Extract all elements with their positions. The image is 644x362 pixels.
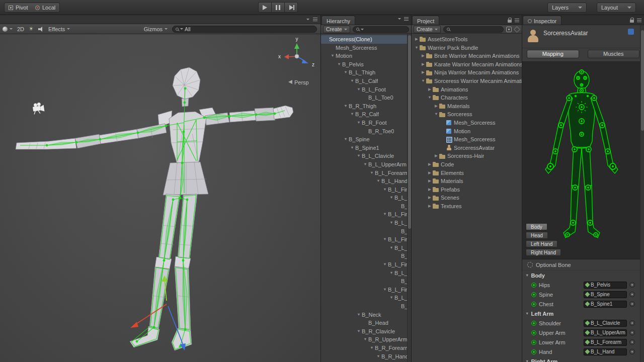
panel-dropdown-icon[interactable] (398, 18, 401, 20)
avatar-mapping-diagram[interactable]: BodyHeadLeft HandRight Hand (522, 61, 644, 259)
hierarchy-item[interactable]: B_ (321, 302, 411, 311)
hierarchy-search-input[interactable] (353, 26, 409, 33)
expander-icon[interactable]: ▶ (420, 52, 426, 60)
expander-icon[interactable]: ▼ (343, 102, 349, 111)
expander-icon[interactable]: ▼ (375, 177, 381, 186)
object-picker-icon[interactable] (629, 320, 635, 326)
project-item[interactable]: ▼Characters (412, 94, 522, 102)
object-picker-icon[interactable] (629, 330, 635, 335)
expander-icon[interactable]: ▼ (356, 311, 362, 319)
hierarchy-item[interactable]: ▼B_R_Calf (321, 110, 411, 119)
expander-icon[interactable]: ▼ (433, 110, 439, 119)
search-by-label-icon[interactable] (514, 26, 520, 32)
expander-icon[interactable]: ▼ (382, 186, 388, 194)
hierarchy-item[interactable]: B_ (321, 227, 411, 236)
project-item[interactable]: ▶Scenes (412, 194, 522, 202)
hierarchy-item[interactable]: ▼B_L_ (321, 244, 411, 252)
project-item[interactable]: ▶AssetStoreTools (412, 35, 522, 44)
expander-icon[interactable]: ▼ (382, 260, 388, 269)
character-mesh[interactable] (16, 67, 293, 350)
project-item[interactable]: ▼Warrior Pack Bundle (412, 44, 522, 52)
panel-dropdown-icon[interactable] (306, 19, 309, 20)
expander-icon[interactable]: ▼ (362, 160, 368, 169)
pivot-button[interactable]: Pivot (4, 3, 32, 13)
hierarchy-item[interactable]: ▼B_L_ (321, 294, 411, 302)
hierarchy-item[interactable]: ▼B_R_UpperArm (321, 335, 411, 344)
expander-icon[interactable]: ▼ (356, 85, 362, 94)
project-item[interactable]: ▶Code (412, 160, 522, 169)
expander-icon[interactable]: ▼ (382, 210, 388, 219)
axis-x-cone[interactable] (284, 54, 289, 59)
expander-icon[interactable]: ▶ (433, 152, 439, 160)
tab-project[interactable]: Project (412, 16, 439, 25)
layers-dropdown[interactable]: Layers (547, 3, 587, 13)
hierarchy-item[interactable]: ▼B_L_Fin (321, 260, 411, 269)
asset-badge-icon[interactable] (628, 29, 634, 35)
expander-icon[interactable]: ▶ (433, 102, 439, 111)
bone-object-field[interactable]: B_L_Hand (584, 348, 627, 355)
expander-icon[interactable]: ▼ (375, 352, 381, 361)
bone-object-field[interactable]: B_L_Forearm (584, 339, 627, 346)
hierarchy-item[interactable]: ▼B_L_Hand (321, 177, 411, 186)
axis-y-cone[interactable] (294, 43, 299, 49)
project-item[interactable]: ▶Brute Warrior Mecanim Animations (412, 52, 522, 60)
scrollbar-thumb[interactable] (641, 30, 644, 131)
expander-icon[interactable]: ▼ (414, 44, 420, 52)
expander-icon[interactable]: ▼ (356, 119, 362, 127)
hierarchy-item[interactable]: ▼B_L_Fin (321, 210, 411, 219)
panel-menu-icon[interactable] (404, 19, 409, 19)
draw-mode-dropdown[interactable] (3, 27, 13, 32)
project-item[interactable]: Motion (412, 127, 522, 136)
panel-menu-icon[interactable] (515, 20, 519, 21)
persp-label[interactable]: Persp (294, 79, 309, 85)
hierarchy-item[interactable]: ▼B_Neck (321, 311, 411, 319)
object-picker-icon[interactable] (629, 292, 635, 297)
hierarchy-item[interactable]: Sorceress(Clone) (321, 35, 411, 44)
expander-icon[interactable]: ▼ (388, 269, 394, 278)
hierarchy-item[interactable]: ▼B_R_Foot (321, 119, 411, 127)
hierarchy-item[interactable]: ▼B_Spine1 (321, 144, 411, 152)
hierarchy-item[interactable]: ▼B_Pelvis (321, 60, 411, 69)
expander-icon[interactable]: ▶ (427, 202, 433, 211)
expander-icon[interactable]: ▼ (382, 235, 388, 244)
hierarchy-item[interactable]: ▼B_L_ (321, 269, 411, 278)
expander-icon[interactable]: ▼ (420, 77, 426, 85)
expander-icon[interactable]: ▼ (388, 219, 394, 227)
hierarchy-item[interactable]: ▼B_Spine (321, 135, 411, 144)
hierarchy-item[interactable]: B_L_Toe0 (321, 94, 411, 102)
hierarchy-scrollbar[interactable] (407, 34, 411, 362)
avatar-map-button-left-hand[interactable]: Left Hand (526, 240, 557, 247)
expander-icon[interactable]: ▶ (427, 160, 433, 169)
hierarchy-item[interactable]: ▼B_L_Fin (321, 186, 411, 194)
project-item[interactable]: ▶Textures (412, 202, 522, 211)
object-picker-icon[interactable] (629, 301, 635, 307)
hierarchy-create-button[interactable]: Create (323, 26, 350, 33)
lock-icon[interactable] (630, 20, 634, 23)
hierarchy-item[interactable]: ▼B_L_Foot (321, 85, 411, 94)
axis-center-sphere[interactable] (295, 54, 299, 58)
inspector-scrollbar[interactable] (640, 25, 644, 362)
project-item[interactable]: ▶Materials (412, 177, 522, 186)
bone-object-field[interactable]: B_Pelvis (584, 282, 627, 289)
project-item[interactable]: ▶Sorceress-Hair (412, 152, 522, 160)
expander-icon[interactable]: ▼ (369, 169, 375, 177)
bone-object-field[interactable]: B_Spine1 (584, 301, 627, 308)
hierarchy-item[interactable]: ▼B_R_Clavicle (321, 327, 411, 336)
hierarchy-item[interactable]: ▼Motion (321, 52, 411, 60)
expander-icon[interactable]: ▶ (427, 169, 433, 177)
hierarchy-item[interactable]: ▼B_L_UpperArm (321, 160, 411, 169)
tab-inspector[interactable]: Inspector (523, 16, 561, 25)
toggle-2d-button[interactable]: 2D (17, 26, 24, 32)
expander-icon[interactable]: ▼ (336, 60, 342, 69)
expander-icon[interactable]: ▼ (349, 144, 355, 152)
avatar-map-button-right-hand[interactable]: Right Hand (526, 249, 561, 256)
expander-icon[interactable]: ▶ (427, 194, 433, 202)
effects-dropdown[interactable]: Effects (48, 26, 70, 32)
gizmos-dropdown[interactable]: Gizmos (144, 26, 168, 32)
project-item[interactable]: Mesh_Sorceress (412, 119, 522, 127)
object-picker-icon[interactable] (629, 349, 635, 354)
lighting-toggle-button[interactable]: ☀ (29, 26, 34, 32)
panel-menu-icon[interactable] (637, 20, 641, 21)
expander-icon[interactable]: ▼ (427, 94, 433, 102)
expander-icon[interactable]: ▼ (349, 110, 355, 119)
